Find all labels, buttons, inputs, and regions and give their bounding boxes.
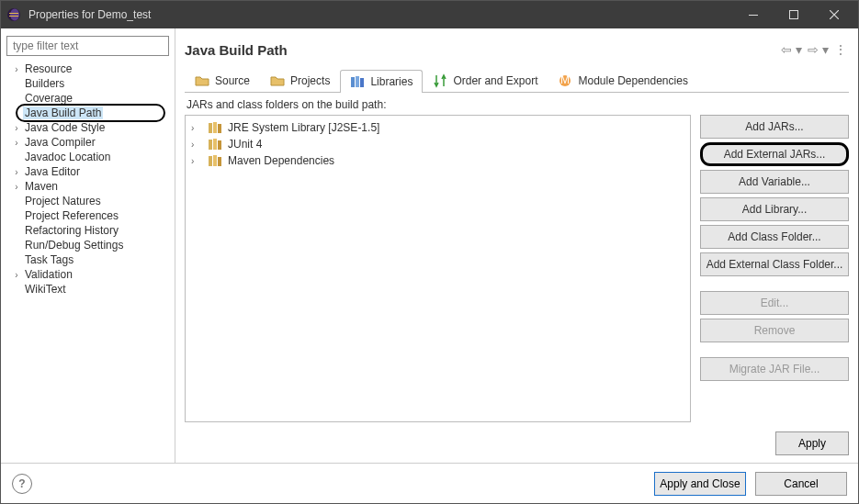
- tab-order-and-export[interactable]: Order and Export: [423, 69, 548, 92]
- tab-source[interactable]: Source: [185, 69, 260, 92]
- add-library-button[interactable]: Add Library...: [700, 197, 849, 221]
- hint-label: JARs and class folders on the build path…: [185, 93, 849, 115]
- svg-rect-2: [9, 13, 18, 14]
- sidebar-item-label: Java Code Style: [23, 121, 107, 134]
- maximize-button[interactable]: [774, 1, 814, 28]
- sidebar-item-task-tags[interactable]: Task Tags: [6, 252, 169, 267]
- svg-rect-18: [213, 155, 217, 166]
- module-icon: M: [558, 73, 572, 88]
- sidebar-item-label: Task Tags: [23, 253, 75, 266]
- edit-button: Edit...: [700, 291, 849, 315]
- sidebar-item-label: Java Build Path: [23, 106, 103, 119]
- sidebar-item-maven[interactable]: ›Maven: [6, 179, 169, 194]
- jar-library-icon: [208, 137, 222, 151]
- tab-projects[interactable]: Projects: [260, 69, 340, 92]
- svg-rect-12: [213, 122, 217, 133]
- library-entry-label: JRE System Library [J2SE-1.5]: [228, 121, 379, 134]
- help-icon[interactable]: ?: [12, 474, 32, 494]
- sidebar-item-label: Validation: [23, 268, 74, 281]
- back-icon[interactable]: ⇦ ▾: [779, 40, 804, 59]
- libraries-tree[interactable]: ›JRE System Library [J2SE-1.5]›JUnit 4›M…: [185, 115, 691, 422]
- filter-input[interactable]: [6, 36, 169, 56]
- cancel-button[interactable]: Cancel: [755, 472, 847, 496]
- svg-rect-17: [209, 156, 212, 166]
- apply-button[interactable]: Apply: [775, 431, 849, 455]
- add-class-folder-button[interactable]: Add Class Folder...: [700, 225, 849, 249]
- forward-icon[interactable]: ⇨ ▾: [806, 40, 831, 59]
- library-entry-label: JUnit 4: [228, 138, 262, 151]
- sidebar-item-coverage[interactable]: Coverage: [6, 91, 169, 106]
- minimize-button[interactable]: [733, 1, 774, 28]
- sidebar-item-label: Java Compiler: [23, 136, 97, 149]
- sidebar-item-resource[interactable]: ›Resource: [6, 62, 169, 76]
- svg-rect-16: [218, 140, 221, 150]
- svg-rect-7: [356, 76, 359, 87]
- sidebar-item-project-natures[interactable]: Project Natures: [6, 194, 169, 208]
- nav-tree[interactable]: ›ResourceBuildersCoverageJava Build Path…: [6, 62, 169, 455]
- sidebar-item-label: Java Editor: [23, 165, 82, 178]
- eclipse-icon: [5, 6, 23, 24]
- apply-and-close-button[interactable]: Apply and Close: [654, 472, 746, 496]
- library-entry[interactable]: ›Maven Dependencies: [191, 152, 684, 169]
- sidebar-item-java-code-style[interactable]: ›Java Code Style: [6, 120, 169, 135]
- sidebar-item-javadoc-location[interactable]: Javadoc Location: [6, 150, 169, 164]
- add-external-jars-button[interactable]: Add External JARs...: [700, 142, 849, 166]
- svg-point-1: [10, 9, 19, 21]
- svg-rect-3: [9, 16, 18, 17]
- svg-rect-19: [218, 157, 221, 166]
- sidebar-item-project-references[interactable]: Project References: [6, 208, 169, 223]
- jar-library-icon: [208, 120, 222, 135]
- svg-rect-5: [790, 11, 798, 19]
- tab-module-dependencies[interactable]: MModule Dependencies: [548, 69, 697, 92]
- sidebar-item-refactoring-history[interactable]: Refactoring History: [6, 223, 169, 238]
- close-button[interactable]: [814, 1, 854, 28]
- sidebar-item-java-compiler[interactable]: ›Java Compiler: [6, 135, 169, 150]
- header-toolbar: ⇦ ▾ ⇨ ▾ ⋮: [779, 40, 849, 59]
- sidebar-item-java-build-path[interactable]: Java Build Path: [6, 106, 169, 120]
- folder-icon: [195, 73, 209, 88]
- expander-icon: ›: [191, 123, 202, 133]
- sidebar-item-label: WikiText: [23, 283, 68, 296]
- expander-icon: ›: [10, 182, 23, 192]
- sidebar-item-run-debug-settings[interactable]: Run/Debug Settings: [6, 238, 169, 252]
- sidebar-item-wikitext[interactable]: WikiText: [6, 282, 169, 297]
- title-bar: Properties for Demo_test: [1, 1, 858, 28]
- tab-label: Module Dependencies: [578, 74, 687, 87]
- menu-icon[interactable]: ⋮: [832, 40, 849, 59]
- sidebar-item-java-editor[interactable]: ›Java Editor: [6, 164, 169, 179]
- add-jars-button[interactable]: Add JARs...: [700, 115, 849, 139]
- sidebar-item-label: Refactoring History: [23, 224, 120, 237]
- folder-icon: [270, 73, 285, 88]
- tab-label: Projects: [290, 74, 330, 87]
- tab-label: Order and Export: [453, 74, 537, 87]
- tab-libraries[interactable]: Libraries: [340, 70, 423, 93]
- main-panel: Java Build Path ⇦ ▾ ⇨ ▾ ⋮ SourceProjects…: [175, 28, 858, 463]
- svg-rect-8: [360, 78, 364, 87]
- svg-rect-13: [218, 124, 221, 133]
- library-entry[interactable]: ›JUnit 4: [191, 136, 684, 152]
- window-title: Properties for Demo_test: [28, 8, 733, 21]
- add-external-class-folder-button[interactable]: Add External Class Folder...: [700, 252, 849, 276]
- sidebar-item-label: Resource: [23, 62, 73, 75]
- sidebar: ›ResourceBuildersCoverageJava Build Path…: [1, 28, 175, 463]
- page-title: Java Build Path: [185, 42, 288, 58]
- tab-label: Libraries: [370, 75, 413, 88]
- sidebar-item-label: Builders: [23, 77, 66, 90]
- svg-rect-15: [213, 139, 217, 150]
- add-variable-button[interactable]: Add Variable...: [700, 170, 849, 194]
- migrate-jar-button: Migrate JAR File...: [700, 357, 849, 381]
- expander-icon: ›: [10, 64, 23, 74]
- sidebar-item-label: Project References: [23, 209, 120, 222]
- order-icon: [433, 73, 447, 88]
- tab-label: Source: [215, 74, 250, 87]
- library-entry[interactable]: ›JRE System Library [J2SE-1.5]: [191, 119, 684, 136]
- svg-rect-11: [209, 123, 212, 133]
- footer-bar: ? Apply and Close Cancel: [1, 463, 858, 503]
- svg-text:M: M: [560, 73, 570, 86]
- sidebar-item-validation[interactable]: ›Validation: [6, 267, 169, 282]
- sidebar-item-label: Coverage: [23, 92, 74, 105]
- sidebar-item-label: Maven: [23, 180, 60, 193]
- expander-icon: ›: [191, 156, 202, 166]
- sidebar-item-builders[interactable]: Builders: [6, 76, 169, 91]
- remove-button: Remove: [700, 319, 849, 342]
